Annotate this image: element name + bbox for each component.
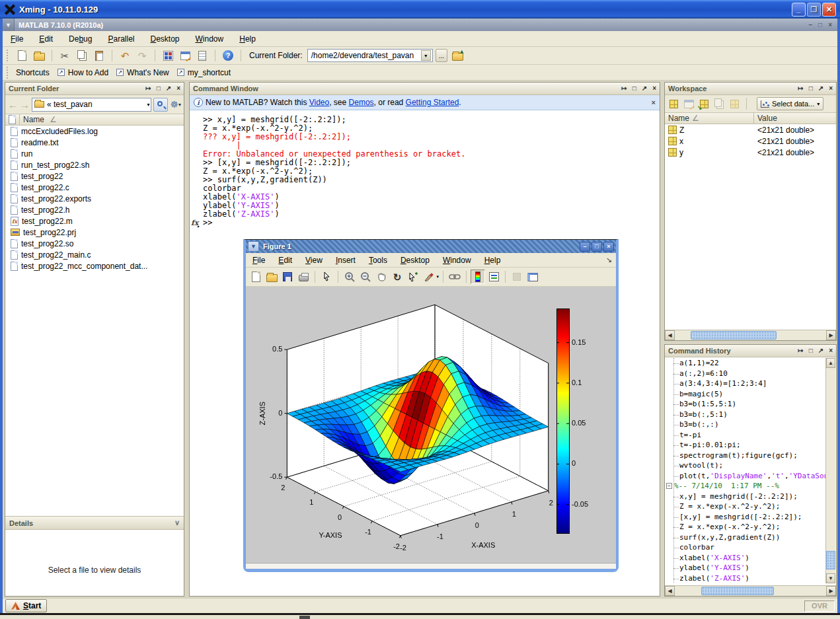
link-plot-button[interactable] [447,270,462,284]
figure-menu-tools[interactable]: Tools [362,254,394,266]
menu-file[interactable]: File [3,32,31,46]
file-list-header[interactable]: Name ∠ [5,114,184,126]
history-item[interactable]: xlabel('X-AXIS') [665,553,826,564]
undock-icon[interactable]: ↗ [642,85,647,92]
zoom-out-button[interactable] [358,270,373,284]
folder-address-combobox[interactable]: « test_pavan ▾ [32,98,151,112]
history-item[interactable]: Z = x.*exp(-x.^2-y.^2); [665,522,826,532]
save-figure-button[interactable] [280,270,295,284]
figure-plot-canvas[interactable] [246,287,616,563]
file-row[interactable]: test_prog22_mcc_component_dat... [5,260,184,272]
menu-edit[interactable]: Edit [31,32,61,46]
workspace-header[interactable]: Name ∠ Value [665,113,836,124]
actions-gear-button[interactable]: ☸▾ [170,99,181,110]
command-window-titlebar[interactable]: Command Window ↦ □ ↗ × [190,83,660,95]
history-horizontal-scrollbar[interactable]: ◀ ▶ [665,585,836,596]
figure-maximize-button[interactable]: □ [592,242,602,252]
scrollbar-thumb[interactable] [826,551,835,569]
undock-icon[interactable]: ↗ [818,347,823,354]
insert-colorbar-button[interactable] [471,270,485,284]
menu-window[interactable]: Window [188,32,232,46]
matlab-minimize-icon[interactable]: – [809,21,813,28]
scroll-left-icon[interactable]: ◀ [665,330,675,340]
history-timestamp-row[interactable]: −%-- 7/14/10 1:17 PM --% [665,481,826,492]
file-row[interactable]: test_prog22.h [5,204,184,215]
dock-icon[interactable]: ↦ [145,85,151,92]
details-header[interactable]: Details ∨ [5,516,184,530]
menu-desktop[interactable]: Desktop [142,32,187,46]
xming-titlebar[interactable]: Xming - 10.11.0.129 _ ❐ ✕ [0,0,840,18]
copy-button[interactable] [75,48,89,63]
select-data-dropdown[interactable]: Select data... ▾ [757,97,823,110]
scroll-right-icon[interactable]: ▶ [826,586,836,596]
file-row[interactable]: run [5,148,184,159]
close-icon[interactable]: × [829,85,833,92]
scroll-down-icon[interactable]: ▼ [826,573,835,583]
delete-variable-button[interactable] [728,96,740,111]
history-item[interactable]: plot(t,'DisplayName','t','YDataSour [665,471,826,482]
redo-button[interactable]: ↷ [135,48,149,63]
details-collapse-icon[interactable]: ∨ [174,519,180,527]
insert-legend-button[interactable] [486,270,501,284]
close-icon[interactable]: × [176,85,180,92]
matlab-close-icon[interactable]: × [828,21,832,28]
figure-menu-help[interactable]: Help [478,254,508,266]
back-button[interactable]: ← [8,99,18,110]
history-item[interactable]: b3=b(1:5,5:1) [665,399,826,410]
figure-menu-window[interactable]: Window [436,254,478,266]
info-link[interactable]: Video [309,98,329,107]
forward-button[interactable]: → [20,99,30,110]
history-item[interactable]: surf(x,y,Z,gradient(Z)) [665,532,826,543]
undock-icon[interactable]: ↗ [166,85,171,92]
zoom-in-button[interactable] [342,270,357,284]
file-row[interactable]: fxtest_prog22.m [5,215,184,227]
current-folder-combobox[interactable]: /home2/devendra/test_pavan ▾ [307,49,433,62]
new-script-button[interactable] [15,48,29,63]
current-folder-titlebar[interactable]: Current Folder ↦ □ ↗ × [5,83,184,95]
history-vertical-scrollbar[interactable]: ▲ ▼ [825,358,835,583]
open-file-button[interactable] [264,270,279,284]
figure-menu-view[interactable]: View [299,254,329,266]
collapse-expander-icon[interactable]: − [666,483,672,489]
open-selection-button[interactable] [683,96,695,111]
name-column-header[interactable]: Name [668,114,689,123]
history-item[interactable]: b=magic(5) [665,389,826,400]
figure-close-button[interactable]: × [603,242,614,252]
info-link[interactable]: Demos [349,98,374,107]
history-item[interactable]: a(:,2)=6:10 [665,369,826,379]
dock-icon[interactable]: ↦ [798,85,803,92]
cut-button[interactable]: ✂ [57,48,72,63]
start-button[interactable]: Start [5,599,47,612]
rotate-3d-button[interactable]: ↻ [390,270,404,284]
figure-minimize-button[interactable]: – [580,242,590,252]
workspace-titlebar[interactable]: Workspace ↦ □ ↗ × [665,83,836,95]
figure-titlebar[interactable]: ▼ Figure 1 – □ × [246,240,616,253]
scroll-up-icon[interactable]: ▲ [826,358,835,368]
history-item[interactable]: zlabel('Z-AXIS') [665,573,826,584]
file-row[interactable]: test_prog22_main.c [5,249,184,260]
guide-button[interactable] [178,48,192,63]
scroll-right-icon[interactable]: ▶ [826,330,836,340]
search-button[interactable] [153,98,168,112]
chevron-down-icon[interactable]: ▼ [248,241,259,252]
maximize-icon[interactable]: □ [809,347,813,354]
menu-debug[interactable]: Debug [61,32,100,46]
open-file-button[interactable] [32,48,46,63]
new-figure-button[interactable] [248,270,263,284]
info-link[interactable]: Getting Started [406,98,459,107]
profiler-button[interactable] [195,48,210,63]
history-item[interactable]: t=-pi [665,430,826,441]
help-button[interactable]: ? [221,48,235,63]
name-column-header[interactable]: Name [20,115,44,124]
value-column-header[interactable]: Value [754,114,777,123]
workspace-variable-row[interactable]: y<21x21 double> [665,147,836,158]
history-item[interactable]: [x,y] = meshgrid([-2:.2:2]); [665,512,826,523]
history-item[interactable]: b3=b(:,:) [665,419,826,430]
matlab-restore-icon[interactable]: □ [818,21,822,28]
shortcut-what-s-new[interactable]: ↗What's New [112,68,173,77]
save-workspace-button[interactable] [713,96,725,111]
close-icon[interactable]: × [652,85,656,92]
workspace-horizontal-scrollbar[interactable]: ◀ ▶ [665,330,836,340]
history-item[interactable]: a(1,1)=22 [665,358,826,369]
history-item[interactable]: wvtool(t); [665,460,826,471]
